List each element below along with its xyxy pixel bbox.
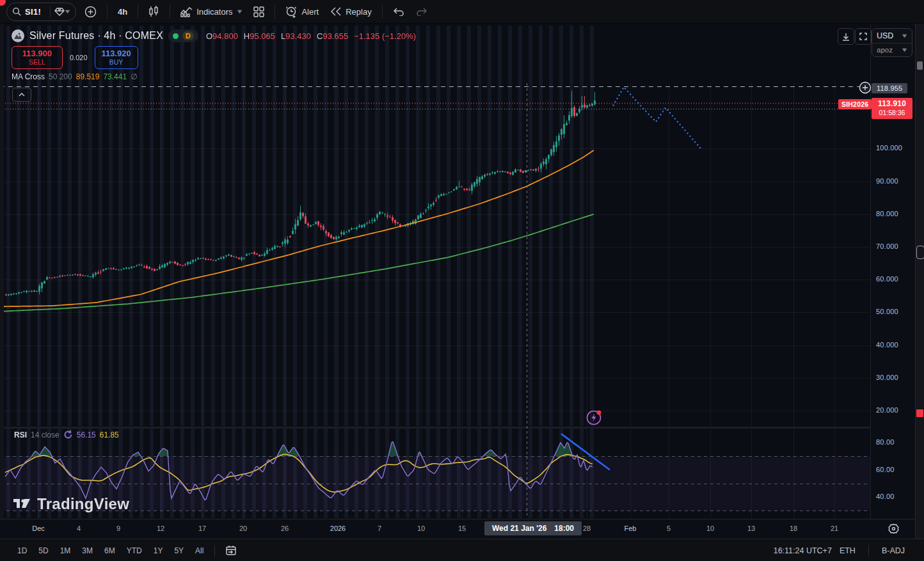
- price-tick-label: 30.000: [876, 374, 898, 381]
- alert-clock-icon: [285, 6, 298, 18]
- price-axis[interactable]: 118.955 SIH2026 113.910 01:58:36 100.000…: [870, 23, 916, 519]
- price-chart-canvas[interactable]: [0, 23, 870, 519]
- range-button-all[interactable]: All: [191, 544, 208, 558]
- ma-cross-legend[interactable]: MA Cross 50 200 89.519 73.441 ∅: [12, 72, 138, 81]
- currency-selector[interactable]: USD▼: [872, 29, 912, 43]
- indicators-icon: [180, 6, 193, 17]
- spread-value: 0.020: [70, 54, 88, 61]
- ma200-value: 73.441: [103, 72, 127, 81]
- chart-legend: Silver Futures · 4h · COMEX D O94.800 H9…: [12, 29, 416, 43]
- replay-label: Replay: [346, 7, 371, 17]
- time-tick-label: 2026: [330, 525, 346, 532]
- time-tick-label: 12: [157, 525, 164, 532]
- time-tick-label: 15: [458, 525, 466, 532]
- symbol-label: SI1!: [25, 7, 41, 17]
- time-tick-label: 10: [417, 525, 425, 532]
- time-axis[interactable]: Dec491217202620267101528Feb510131821 Wed…: [0, 519, 915, 539]
- candlestick-icon: [148, 6, 159, 17]
- replay-button[interactable]: Replay: [324, 3, 377, 20]
- save-image-button[interactable]: [838, 28, 854, 45]
- range-button-3m[interactable]: 3M: [77, 544, 97, 558]
- indicators-button[interactable]: Indicators ▼: [175, 3, 248, 20]
- chart-style-button[interactable]: [143, 3, 165, 20]
- redo-button[interactable]: [410, 3, 433, 20]
- refresh-icon[interactable]: [63, 430, 73, 439]
- range-button-5d[interactable]: 5D: [34, 544, 52, 558]
- hide-indicator-icon[interactable]: ∅: [131, 72, 137, 81]
- symbol-search[interactable]: SI1! ▼: [6, 3, 76, 21]
- boost-lightning-icon[interactable]: [585, 408, 603, 426]
- range-button-ytd[interactable]: YTD: [122, 544, 147, 558]
- tradingview-app: SI1! ▼ 4h Indicators ▼ Alert: [0, 0, 924, 561]
- time-tick-label: 28: [583, 525, 591, 532]
- high-value: 95.065: [250, 31, 275, 41]
- clock-display[interactable]: 16:11:24 UTC+7: [774, 546, 832, 555]
- time-tick-label: Dec: [32, 525, 45, 532]
- chevron-down-icon: ▼: [900, 47, 908, 53]
- time-tick-label: 20: [239, 525, 247, 532]
- redo-icon: [416, 7, 427, 16]
- delayed-data-badge: D: [182, 31, 194, 40]
- open-value: 94.800: [212, 31, 238, 41]
- right-edge-scrollbar[interactable]: [915, 23, 924, 539]
- target-level-label[interactable]: 118.955: [872, 83, 907, 93]
- market-status-pill[interactable]: D: [168, 29, 198, 42]
- scroll-handle[interactable]: [917, 61, 923, 70]
- crosshair-time: 18:00: [554, 524, 574, 533]
- undo-button[interactable]: [387, 3, 410, 20]
- chevron-up-icon: [19, 93, 25, 97]
- rsi-tick-label: 40.00: [876, 493, 895, 500]
- low-value: 93.430: [285, 31, 311, 41]
- fullscreen-button[interactable]: [855, 28, 872, 45]
- time-tick-label: 21: [831, 525, 838, 532]
- bottom-toolbar: 1D5D1M3M6MYTD1Y5YAll 16:11:24 UTC+7 ETH …: [0, 539, 924, 561]
- top-toolbar: SI1! ▼ 4h Indicators ▼ Alert: [0, 0, 924, 24]
- change-value: −1.135 (−1.20%): [354, 31, 416, 41]
- plus-circle-icon: [84, 6, 97, 18]
- alert-label: Alert: [301, 7, 319, 17]
- time-tick-label: 17: [198, 525, 206, 532]
- collapsed-drawing-toolbar[interactable]: [0, 23, 4, 539]
- session-button[interactable]: ETH: [840, 546, 856, 555]
- price-tick-label: 40.000: [876, 341, 898, 349]
- contract-tag: SIH2026: [838, 99, 872, 109]
- market-open-dot: [173, 33, 179, 39]
- sell-button[interactable]: 113.900 SELL: [12, 46, 63, 69]
- layout-button[interactable]: [248, 3, 270, 20]
- axis-settings-icon[interactable]: [888, 523, 899, 537]
- bar-countdown: 01:58:36: [872, 109, 912, 117]
- buy-button[interactable]: 113.920 BUY: [95, 46, 138, 69]
- price-tick-label: 90.000: [876, 177, 898, 185]
- range-button-1d[interactable]: 1D: [13, 544, 31, 558]
- time-tick-label: 9: [116, 525, 120, 532]
- interval-button[interactable]: 4h: [112, 3, 133, 20]
- symbol-title[interactable]: Silver Futures · 4h · COMEX: [29, 30, 163, 42]
- tradingview-logo-icon: [13, 497, 32, 511]
- undo-icon: [393, 7, 404, 16]
- fullscreen-icon: [859, 33, 867, 40]
- range-button-6m[interactable]: 6M: [100, 544, 120, 558]
- go-to-date-button[interactable]: [220, 542, 243, 560]
- legend-collapse-button[interactable]: [12, 88, 31, 102]
- add-alert-plus-icon[interactable]: [859, 81, 872, 94]
- symbol-logo: [12, 29, 24, 42]
- time-tick-label: 7: [378, 525, 381, 532]
- last-price-badge: 113.910 01:58:36: [872, 98, 912, 119]
- price-tick-label: 20.000: [876, 406, 898, 414]
- notification-dot: [0, 0, 6, 6]
- rsi-value: 56.15: [77, 431, 96, 439]
- range-button-1m[interactable]: 1M: [56, 544, 76, 558]
- time-tick-label: 13: [747, 525, 755, 532]
- rsi-legend[interactable]: RSI 14 close 56.15 61.85: [14, 430, 119, 439]
- unit-selector[interactable]: apoz▼: [872, 43, 912, 56]
- close-value: 93.655: [323, 31, 348, 41]
- compare-add-button[interactable]: [79, 3, 102, 20]
- price-tick-label: 80.000: [876, 210, 898, 217]
- price-tick-label: 50.000: [876, 308, 898, 315]
- range-button-1y[interactable]: 1Y: [149, 544, 168, 558]
- search-icon: [12, 7, 21, 16]
- adjustment-button[interactable]: B-ADJ: [882, 546, 905, 555]
- alert-button[interactable]: Alert: [280, 3, 324, 20]
- range-button-5y[interactable]: 5Y: [170, 544, 188, 558]
- time-tick-label: 26: [281, 525, 289, 532]
